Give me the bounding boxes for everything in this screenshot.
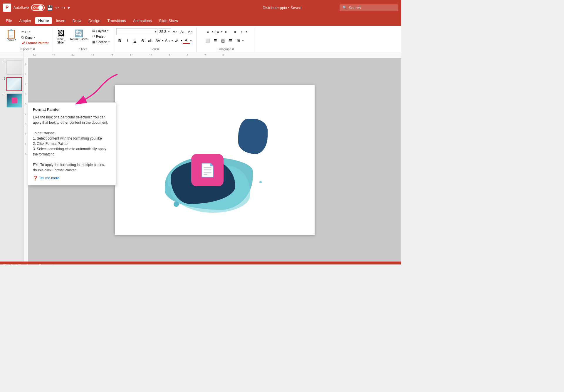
reset-button[interactable]: ↺ Reset <box>90 34 111 39</box>
section-button[interactable]: ▦ Section ▾ <box>90 39 111 44</box>
align-center-btn[interactable]: ☰ <box>212 37 219 44</box>
new-slide-button[interactable]: 🖼 NewSlide ▾ <box>56 28 67 45</box>
clipboard-dialog-icon[interactable]: ⧉ <box>33 47 35 51</box>
layout-icon: ▤ <box>92 29 95 33</box>
tooltip-title: Format Painter <box>33 107 111 112</box>
notes-btn[interactable]: Notes <box>26 264 34 265</box>
case-btn[interactable]: Aa <box>164 37 171 44</box>
menu-transitions[interactable]: Transitions <box>105 17 129 24</box>
clipboard-actions: ✂ Cut ⧉ Copy ▾ 🖌 Format Painter <box>20 28 51 45</box>
undo-icon[interactable]: ↩ <box>55 5 59 11</box>
new-slide-label: NewSlide <box>57 38 64 44</box>
menu-file[interactable]: File <box>3 17 15 24</box>
status-bar: Slide 9 of 10 Notes Comments <box>0 262 401 264</box>
font-name-input[interactable]: ▾ <box>116 28 157 35</box>
numbering-btn[interactable]: 1≡ <box>214 28 221 35</box>
columns-arrow: ▾ <box>242 39 244 42</box>
slide-9-image[interactable] <box>6 77 22 91</box>
strikethrough2-btn[interactable]: ab <box>147 37 154 44</box>
char-spacing-btn[interactable]: AV <box>155 37 162 44</box>
menu-design[interactable]: Design <box>85 17 103 24</box>
menu-animations[interactable]: Animations <box>130 17 155 24</box>
powerpoint-icon: P <box>3 4 11 12</box>
save-icon[interactable]: 💾 <box>47 5 53 11</box>
paragraph-group: ≡ ▾ 1≡ ▾ ⇤ ⇥ ↕ ▾ ⬜ ☰ ▤ ☰ ⊞ ▾ Paragraph ⧉ <box>197 27 255 52</box>
italic-btn[interactable]: I <box>124 37 131 44</box>
document-title: Distribute.pptx • Saved <box>263 6 301 10</box>
paste-icon: 📋 <box>6 29 17 38</box>
dot2 <box>250 135 251 136</box>
font-group: ▾ 35,3 ▾ A↑ A↓ Aa B I U S ab AV ▾ Aa ▾ <box>114 27 197 52</box>
redo-icon[interactable]: ↪ <box>61 5 65 11</box>
slide-9-num: 9 <box>1 77 5 80</box>
slide-thumb-9[interactable]: 9 <box>1 77 22 91</box>
line-spacing-btn[interactable]: ↕ <box>238 28 245 35</box>
copy-label: Copy <box>25 36 33 39</box>
section-label: Section <box>96 40 107 44</box>
slide-10-num: 10 <box>1 93 5 97</box>
copy-button[interactable]: ⧉ Copy ▾ <box>20 35 51 40</box>
decrease-indent-btn[interactable]: ⇤ <box>223 28 230 35</box>
layout-label: Layout <box>96 29 106 33</box>
tell-me-more-link[interactable]: ❓ Tell me more <box>33 176 111 180</box>
slide-info: Slide 9 of 10 <box>3 264 21 265</box>
bold-btn[interactable]: B <box>116 37 123 44</box>
text-highlight-btn[interactable]: 🖊 <box>173 37 180 44</box>
menu-slideshow[interactable]: Slide Show <box>156 17 181 24</box>
increase-font-btn[interactable]: A↑ <box>172 28 179 35</box>
increase-indent-btn[interactable]: ⇥ <box>231 28 238 35</box>
menu-home[interactable]: Home <box>35 17 52 24</box>
font-color-btn[interactable]: A <box>183 37 190 44</box>
menu-bar: File Ampler Home Insert Draw Design Tran… <box>0 15 401 26</box>
paste-label: Paste <box>7 38 14 41</box>
font-size-value: 35,3 <box>160 30 168 34</box>
font-dialog-icon[interactable]: ⧉ <box>157 47 159 51</box>
font-size-input[interactable]: 35,3 ▾ <box>158 28 171 35</box>
format-painter-button[interactable]: 🖌 Format Painter <box>20 41 51 45</box>
autosave-toggle[interactable]: On <box>31 4 45 11</box>
slide-thumb-10[interactable]: 10 <box>1 93 22 108</box>
cut-label: Cut <box>25 30 30 34</box>
highlight-arrow: ▾ <box>181 39 182 42</box>
clear-format-btn[interactable]: Aa <box>187 28 194 35</box>
autosave-label: AutoSave <box>14 6 29 10</box>
bullets-arrow: ▾ <box>212 31 213 33</box>
reuse-slides-button[interactable]: 🔄 Reuse Slides <box>68 28 89 42</box>
copy-icon: ⧉ <box>21 36 24 39</box>
paste-button[interactable]: 📋 Paste ▾ <box>4 28 19 43</box>
paste-dropdown-arrow: ▾ <box>15 38 16 41</box>
customize-icon[interactable]: ▾ <box>68 5 70 11</box>
bullets-btn[interactable]: ≡ <box>204 28 211 35</box>
comments-btn[interactable]: Comments <box>39 264 54 265</box>
case-arrow: ▾ <box>172 39 173 42</box>
slide-thumb-8[interactable]: 8 <box>1 61 22 75</box>
slide-10-image[interactable] <box>6 93 22 108</box>
paragraph-dialog-icon[interactable]: ⧉ <box>232 47 234 51</box>
slide-8-image[interactable] <box>6 61 22 75</box>
section-arrow: ▾ <box>108 41 110 43</box>
format-painter-tooltip: Format Painter Like the look of a partic… <box>28 102 116 185</box>
align-right-btn[interactable]: ▤ <box>219 37 226 44</box>
menu-ampler[interactable]: Ampler <box>16 17 34 24</box>
reuse-icon: 🔄 <box>74 29 83 38</box>
menu-draw[interactable]: Draw <box>70 17 84 24</box>
decrease-font-btn[interactable]: A↓ <box>179 28 186 35</box>
format-painter-icon: 🖌 <box>21 41 25 45</box>
search-text: Search <box>349 6 361 10</box>
new-slide-arrow: ▾ <box>64 40 66 42</box>
cut-button[interactable]: ✂ Cut <box>20 29 51 34</box>
menu-insert[interactable]: Insert <box>53 17 68 24</box>
search-box[interactable]: 🔍 Search <box>340 4 398 11</box>
layout-button[interactable]: ▤ Layout ▾ <box>90 28 111 33</box>
reset-icon: ↺ <box>92 34 95 38</box>
slides-group: 🖼 NewSlide ▾ 🔄 Reuse Slides ▤ Layout ▾ ↺ <box>53 27 114 52</box>
columns-btn[interactable]: ⊞ <box>235 37 242 44</box>
slide-canvas[interactable]: 📄 <box>115 85 315 235</box>
justify-btn[interactable]: ☰ <box>227 37 234 44</box>
tooltip-body: Like the look of a particular selection?… <box>33 115 111 173</box>
underline-btn[interactable]: U <box>132 37 139 44</box>
strikethrough-btn[interactable]: S <box>139 37 146 44</box>
slides-label: Slides <box>79 48 87 51</box>
align-left-btn[interactable]: ⬜ <box>204 37 211 44</box>
clipboard-label: Clipboard <box>20 48 32 51</box>
